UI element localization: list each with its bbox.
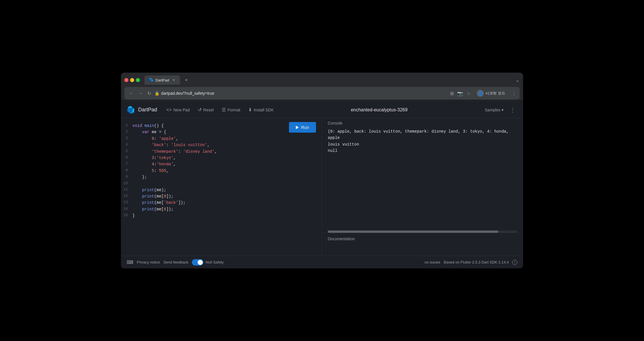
refresh-button[interactable]: ↻ [146, 90, 152, 97]
footer-right: no issues Based on Flutter 2.5.3 Dart SD… [425, 260, 517, 265]
back-button[interactable]: ← [128, 90, 135, 96]
code-line-7: 7 4:'honda', [121, 161, 322, 167]
info-icon[interactable]: i [512, 260, 517, 265]
tab-bar: DartPad ✕ + ⌄ [124, 75, 520, 85]
run-label: Run [301, 125, 309, 130]
dartpad-toolbar: DartPad <> New Pad ↺ Reset ☰ Format ⬇ In… [121, 102, 523, 118]
new-pad-button[interactable]: <> New Pad [163, 106, 193, 114]
console-scrollbar-thumb [328, 230, 498, 233]
browser-window: DartPad ✕ + ⌄ ← → ↻ 🔒 dartpad.dev/?null_… [121, 73, 523, 268]
dartpad-footer: ⌨ Privacy notice Send feedback Null Safe… [121, 256, 523, 268]
console-section: Console {0: apple, back: louis vuitton, … [322, 118, 523, 233]
code-line-10: 10 [121, 181, 322, 187]
url-text: dartpad.dev/?null_safety=true [161, 91, 446, 96]
dartpad-tab-icon [149, 78, 153, 82]
new-pad-label: New Pad [173, 108, 190, 112]
null-safety-toggle: Null Safety [192, 259, 224, 266]
null-safety-label: Null Safety [206, 260, 224, 264]
sdk-info-text: Based on Flutter 2.5.3 Dart SDK 2.14.4 [444, 260, 509, 264]
install-sdk-icon: ⬇ [248, 107, 252, 113]
traffic-light-close[interactable] [124, 78, 128, 82]
tab-title: DartPad [155, 78, 169, 82]
console-output: {0: apple, back: louis vuitton, themepar… [322, 128, 523, 230]
console-scrollbar[interactable] [328, 230, 517, 233]
send-feedback-link[interactable]: Send feedback [163, 260, 188, 264]
traffic-light-maximize[interactable] [136, 78, 140, 82]
profile-avatar: 👤 [477, 90, 484, 97]
bookmark-icon[interactable]: ☆ [466, 91, 471, 96]
profile-button[interactable]: 👤 시크릿 모드 [474, 89, 508, 98]
code-panel: 1 void main() { 2 var me = { 3 0: 'apple… [121, 118, 322, 256]
code-line-9: 9 }; [121, 174, 322, 180]
traffic-lights [124, 78, 140, 82]
browser-toolbar-right: ⊞ 📷 ☆ 👤 시크릿 모드 ⋮ [450, 89, 516, 98]
tab-close-button[interactable]: ✕ [171, 78, 176, 82]
forward-button[interactable]: → [137, 90, 144, 96]
keyboard-icon: ⌨ [127, 259, 133, 265]
console-header: Console [322, 118, 523, 128]
documentation-header: Documentation [328, 237, 517, 241]
profile-label: 시크릿 모드 [485, 91, 505, 96]
code-line-3: 3 0: 'apple', [121, 135, 322, 142]
more-menu-button[interactable]: ⋮ [508, 105, 517, 115]
code-line-14: 14 print(me[6]); [121, 206, 322, 212]
reset-button[interactable]: ↺ Reset [194, 105, 217, 114]
install-sdk-button[interactable]: ⬇ Install SDK [245, 105, 277, 114]
address-input[interactable]: 🔒 dartpad.dev/?null_safety=true [155, 91, 446, 96]
address-bar: ← → ↻ 🔒 dartpad.dev/?null_safety=true ⊞ … [124, 87, 520, 100]
null-safety-switch[interactable] [192, 259, 203, 266]
samples-button[interactable]: Samples ▾ [481, 106, 507, 114]
format-label: Format [227, 108, 240, 112]
console-line-4: null [328, 148, 517, 154]
translate-icon[interactable]: ⊞ [450, 91, 454, 96]
run-button[interactable]: Run [289, 122, 316, 133]
samples-chevron-icon: ▾ [502, 108, 504, 112]
browser-chrome: DartPad ✕ + ⌄ ← → ↻ 🔒 dartpad.dev/?null_… [121, 73, 523, 100]
toggle-knob [198, 260, 203, 265]
code-line-4: 4 'back': 'louis vuitton', [121, 142, 322, 148]
dartpad-app: DartPad <> New Pad ↺ Reset ☰ Format ⬇ In… [121, 102, 523, 268]
dartpad-title: DartPad [138, 107, 157, 113]
footer-left: ⌨ Privacy notice Send feedback Null Safe… [127, 259, 224, 266]
code-line-12: 12 print(me[0]); [121, 193, 322, 199]
install-sdk-label: Install SDK [254, 108, 273, 112]
code-line-8: 8 5: 555, [121, 168, 322, 174]
right-panel: Console {0: apple, back: louis vuitton, … [322, 118, 523, 256]
code-line-13: 13 print(me['back']); [121, 199, 322, 206]
code-editor[interactable]: 1 void main() { 2 var me = { 3 0: 'apple… [121, 118, 322, 256]
console-line-2: apple [328, 135, 517, 141]
dart-logo-icon [127, 106, 135, 114]
reset-icon: ↺ [198, 107, 202, 113]
console-line-3: louis vuitton [328, 141, 517, 148]
privacy-notice-link[interactable]: Privacy notice [137, 260, 160, 264]
camera-off-icon[interactable]: 📷 [457, 91, 463, 96]
reset-label: Reset [203, 108, 214, 112]
console-line-1: {0: apple, back: louis vuitton, themepar… [328, 128, 517, 135]
code-line-11: 11 print(me); [121, 187, 322, 193]
tab-dropdown-button[interactable]: ⌄ [515, 77, 520, 83]
format-icon: ☰ [222, 107, 226, 113]
dartpad-logo: DartPad [127, 106, 157, 114]
more-options-icon[interactable]: ⋮ [512, 91, 516, 96]
browser-tab-dartpad[interactable]: DartPad ✕ [144, 75, 180, 85]
format-button[interactable]: ☰ Format [218, 105, 244, 114]
documentation-section: Documentation [322, 233, 523, 256]
new-pad-icon: <> [166, 107, 172, 113]
pad-name: enchanted-eucalyptus-3269 [278, 107, 480, 113]
run-icon [296, 126, 299, 129]
traffic-light-minimize[interactable] [130, 78, 134, 82]
code-line-5: 5 'themepark': 'disney land', [121, 148, 322, 155]
code-line-15: 15 } [121, 212, 322, 219]
lock-icon: 🔒 [155, 91, 159, 96]
code-line-6: 6 3:'tokyo', [121, 155, 322, 161]
new-tab-button[interactable]: + [182, 76, 190, 84]
editor-main: 1 void main() { 2 var me = { 3 0: 'apple… [121, 118, 523, 256]
samples-label: Samples [485, 108, 500, 112]
no-issues-text: no issues [425, 260, 440, 264]
